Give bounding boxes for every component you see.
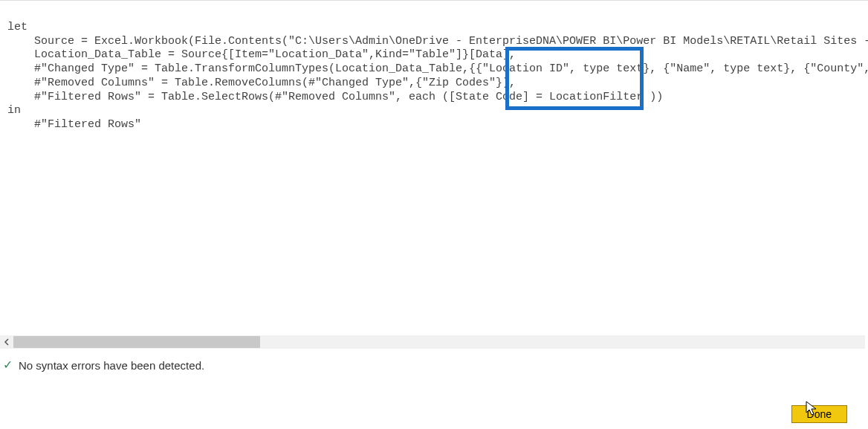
syntax-status-bar: ✓ No syntax errors have been detected. [3,356,865,374]
code-line: let [7,21,27,33]
scrollbar-track[interactable] [13,335,865,349]
code-line: Source = Excel.Workbook(File.Contents("C… [7,35,868,48]
checkmark-icon: ✓ [3,359,13,371]
code-line: #"Filtered Rows" [7,118,141,131]
horizontal-scrollbar[interactable] [0,335,865,349]
scrollbar-thumb[interactable] [13,336,260,348]
scroll-left-arrow-icon[interactable] [0,335,13,349]
syntax-status-message: No syntax errors have been detected. [19,359,204,372]
code-line: in [7,104,21,117]
code-line: #"Removed Columns" = Table.RemoveColumns… [7,77,516,89]
done-button[interactable]: Done [791,405,847,423]
advanced-editor-code[interactable]: let Source = Excel.Workbook(File.Content… [0,1,868,337]
code-line: #"Changed Type" = Table.TransformColumnT… [7,62,868,75]
code-line: #"Filtered Rows" = Table.SelectRows(#"Re… [7,91,663,103]
code-line: Location_Data_Table = Source{[Item="Loca… [7,48,516,61]
dialog-footer: Done [0,405,868,423]
